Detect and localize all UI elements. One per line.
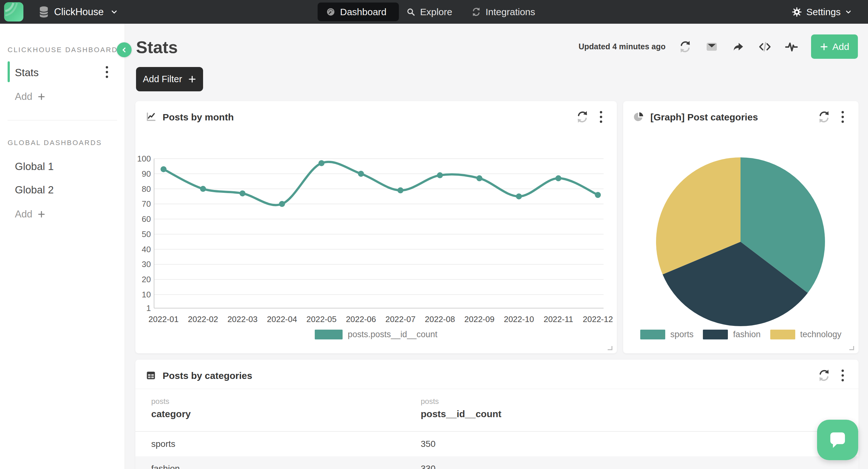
resize-handle[interactable] <box>849 346 854 350</box>
svg-text:1: 1 <box>147 303 151 313</box>
svg-text:2022-07: 2022-07 <box>385 314 415 324</box>
share-button[interactable] <box>731 40 745 54</box>
table-icon <box>146 370 156 381</box>
sidebar-item-stats[interactable]: Stats <box>15 67 39 79</box>
chevron-left-icon <box>120 46 128 54</box>
envelope-icon <box>705 40 718 54</box>
kebab-menu-icon[interactable] <box>102 65 112 79</box>
refresh-icon <box>817 369 831 382</box>
plus-icon <box>37 210 45 219</box>
sidebar-add-dashboard[interactable]: Add <box>15 91 45 102</box>
refresh-widget-button[interactable] <box>817 368 831 382</box>
settings-menu[interactable]: Settings <box>792 0 852 24</box>
add-label: Add <box>15 91 32 102</box>
embed-code-button[interactable] <box>758 40 772 54</box>
chevron-down-icon <box>110 8 118 16</box>
plus-icon <box>188 75 196 83</box>
table-row: sports350 <box>135 432 859 456</box>
legend-label: posts.posts__id__count <box>348 330 437 339</box>
sidebar-divider <box>8 120 117 121</box>
cell-count: 330 <box>421 456 436 469</box>
gauge-icon <box>326 7 336 17</box>
plus-icon <box>819 42 829 51</box>
column-header-category[interactable]: category <box>151 409 191 420</box>
tab-dashboard-label: Dashboard <box>340 7 386 18</box>
speech-bubble-icon <box>827 430 848 450</box>
pulse-icon <box>785 40 798 54</box>
legend-item: sports <box>640 330 694 339</box>
svg-text:2022-09: 2022-09 <box>464 314 494 324</box>
add-label: Add <box>15 209 32 220</box>
svg-text:20: 20 <box>142 275 151 284</box>
database-switcher[interactable]: ClickHouse <box>38 0 118 24</box>
svg-text:2022-11: 2022-11 <box>544 314 573 324</box>
legend-label: fashion <box>733 330 761 339</box>
tab-integrations-label: Integrations <box>486 7 535 18</box>
legend-swatch <box>703 330 728 339</box>
add-widget-button[interactable]: Add <box>811 34 858 59</box>
sidebar-item-global-2[interactable]: Global 2 <box>15 184 54 196</box>
active-item-indicator <box>8 61 10 82</box>
sidebar-add-global-dashboard[interactable]: Add <box>15 209 45 220</box>
chat-widget-button[interactable] <box>817 420 858 460</box>
svg-text:90: 90 <box>142 169 151 178</box>
share-forward-icon <box>732 40 745 54</box>
sidebar-collapse-button[interactable] <box>117 42 132 57</box>
page-title: Stats <box>136 37 178 57</box>
app-logo-icon[interactable] <box>4 2 23 22</box>
svg-text:2022-03: 2022-03 <box>227 314 257 324</box>
settings-label: Settings <box>806 7 840 18</box>
refresh-dashboard-button[interactable] <box>678 40 692 54</box>
svg-text:2022-10: 2022-10 <box>504 314 534 324</box>
svg-text:30: 30 <box>142 260 151 269</box>
svg-text:2022-02: 2022-02 <box>188 314 218 324</box>
legend-swatch <box>640 330 665 339</box>
activity-button[interactable] <box>784 40 798 54</box>
card-title-divider <box>135 389 859 389</box>
sidebar-section-global-dashboards: GLOBAL DASHBOARDS <box>8 139 102 147</box>
svg-text:2022-05: 2022-05 <box>307 314 337 324</box>
svg-text:2022-08: 2022-08 <box>425 314 455 324</box>
svg-text:2022-04: 2022-04 <box>267 314 297 324</box>
column-group-label: posts <box>151 397 169 406</box>
legend-swatch <box>770 330 795 339</box>
legend-item: technology <box>770 330 842 339</box>
header-actions: Updated 4 minutes ago Add <box>579 34 858 59</box>
resize-handle[interactable] <box>608 346 612 350</box>
tab-explore-label: Explore <box>420 7 452 18</box>
posts-by-month-chart: 10090807060504030201012022-012022-022022… <box>135 101 617 353</box>
table-row: fashion330 <box>135 456 859 469</box>
sidebar-item-global-1[interactable]: Global 1 <box>15 161 54 173</box>
pie-chart-legend: sportsfashiontechnology <box>623 330 859 339</box>
add-filter-label: Add Filter <box>143 74 182 85</box>
tab-integrations[interactable]: Integrations <box>471 0 535 24</box>
svg-text:2022-01: 2022-01 <box>148 314 178 324</box>
column-header-count[interactable]: posts__id__count <box>421 409 501 420</box>
add-widget-label: Add <box>832 41 849 52</box>
plus-icon <box>37 93 45 101</box>
cell-count: 350 <box>421 432 436 456</box>
table-body: sports350fashion330 <box>135 432 859 469</box>
svg-text:70: 70 <box>142 199 151 209</box>
table-card: Posts by categories posts category posts… <box>135 360 859 469</box>
svg-text:60: 60 <box>142 214 151 224</box>
widget-menu-button[interactable] <box>836 368 849 382</box>
svg-text:100: 100 <box>137 154 151 163</box>
legend-swatch <box>315 330 343 339</box>
chevron-down-icon <box>845 8 852 16</box>
search-icon <box>406 7 416 17</box>
email-subscription-button[interactable] <box>705 40 719 54</box>
cell-category: fashion <box>151 456 180 469</box>
svg-text:2022-06: 2022-06 <box>346 314 376 324</box>
tab-dashboard[interactable]: Dashboard <box>318 3 399 21</box>
kebab-menu-icon <box>838 368 847 382</box>
tab-explore[interactable]: Explore <box>406 0 452 24</box>
legend-label: technology <box>800 330 842 339</box>
refresh-icon <box>679 40 692 54</box>
add-filter-button[interactable]: Add Filter <box>136 67 203 91</box>
gear-icon <box>792 7 802 18</box>
column-group-label: posts <box>421 397 439 406</box>
sync-icon <box>471 7 481 17</box>
sidebar-section-clickhouse-dashboards: CLICKHOUSE DASHBOARDS <box>8 46 123 54</box>
line-chart-card: Posts by month 1009080706050403020101202… <box>135 101 617 353</box>
